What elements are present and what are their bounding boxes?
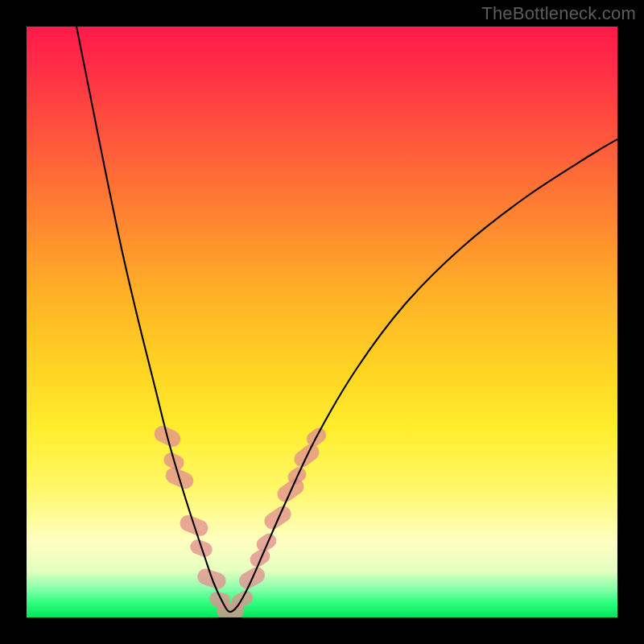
marker-blobs xyxy=(151,423,328,617)
chart-svg xyxy=(27,27,617,617)
watermark-text: TheBottleneck.com xyxy=(481,3,636,24)
curve-marker-blob xyxy=(261,503,294,533)
curve-marker-blob xyxy=(254,530,279,554)
bottleneck-curve xyxy=(76,27,617,612)
plot-area xyxy=(27,27,617,617)
chart-frame: TheBottleneck.com xyxy=(0,0,644,644)
